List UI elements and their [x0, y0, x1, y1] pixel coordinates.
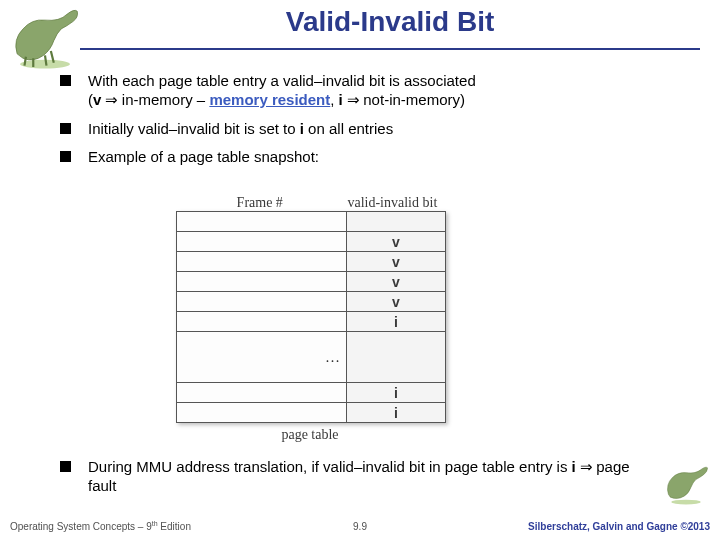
table-cell: i: [347, 383, 445, 402]
bullet-marker: [60, 75, 71, 86]
bullet-1: With each page table entry a valid–inval…: [60, 72, 692, 110]
table-cell: v: [347, 232, 445, 251]
svg-point-1: [671, 500, 700, 505]
ellipsis-icon: …: [177, 332, 347, 382]
table-cell: v: [347, 252, 445, 271]
bullet-marker: [60, 461, 71, 472]
text: Initially valid–invalid bit is set to: [88, 120, 300, 137]
implies-icon: ⇒: [101, 92, 122, 108]
text: ,: [330, 91, 338, 108]
table-cell: v: [347, 292, 445, 311]
text: not-in-memory): [363, 91, 465, 108]
bullet-4: During MMU address translation, if valid…: [60, 458, 650, 496]
text: During MMU address translation, if valid…: [88, 458, 572, 475]
title-underline: [80, 48, 700, 50]
label-valid-invalid-bit: valid-invalid bit: [343, 195, 444, 211]
table-cell: i: [347, 403, 445, 422]
slide-title: Valid-Invalid Bit: [80, 6, 700, 38]
table-cell: i: [347, 312, 445, 331]
implies-icon: ⇒: [576, 459, 597, 475]
bullet-marker: [60, 151, 71, 162]
page-table: v v v v i … i i: [176, 211, 446, 423]
text: in-memory –: [122, 91, 210, 108]
table-cell: [347, 332, 445, 382]
table-cell: [347, 212, 445, 231]
bullet-marker: [60, 123, 71, 134]
text: on all entries: [304, 120, 393, 137]
page-table-figure: Frame # valid-invalid bit v v v v i … i …: [176, 195, 516, 443]
bullet-3: Example of a page table snapshot:: [60, 148, 692, 167]
link-memory-resident: memory resident: [209, 91, 330, 108]
figure-caption: page table: [176, 427, 444, 443]
slide: Valid-Invalid Bit With each page table e…: [0, 0, 720, 540]
implies-icon: ⇒: [343, 92, 364, 108]
dinosaur-image-top: [6, 4, 84, 70]
bullet-2: Initially valid–invalid bit is set to i …: [60, 120, 692, 139]
bullet-list: With each page table entry a valid–inval…: [60, 72, 692, 177]
footer-copyright: Silberschatz, Galvin and Gagne ©2013: [528, 521, 710, 532]
table-cell: v: [347, 272, 445, 291]
label-frame-number: Frame #: [176, 195, 343, 211]
dinosaur-image-bottom: [660, 462, 712, 506]
text: With each page table entry a valid–inval…: [88, 72, 476, 89]
text: Example of a page table snapshot:: [88, 148, 319, 165]
